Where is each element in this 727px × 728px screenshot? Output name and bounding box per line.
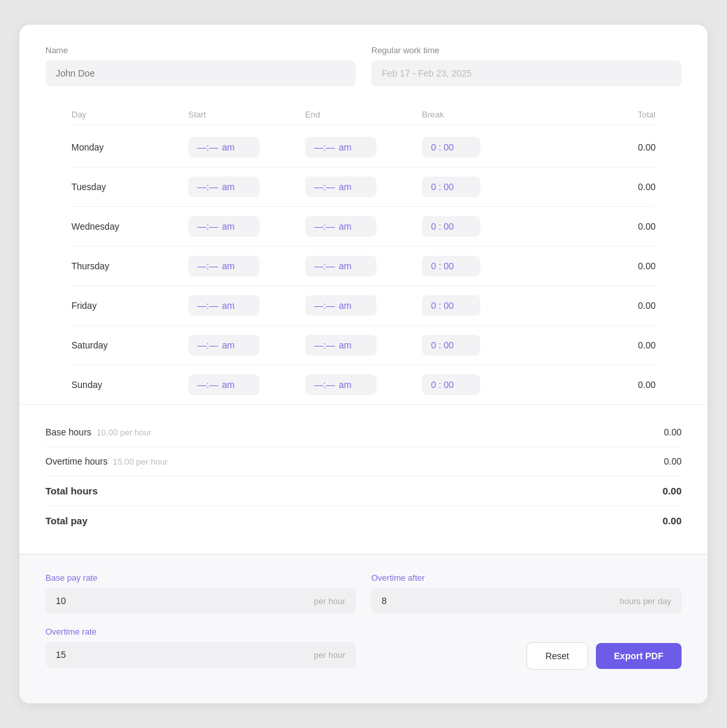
end-time-input[interactable]: —:— am <box>305 137 376 158</box>
table-row: Tuesday —:— am —:— am 0 : 00 0.00 <box>71 167 656 207</box>
break-cell: 0 : 00 <box>422 374 539 395</box>
base-pay-rate-wrapper: per hour <box>45 588 356 614</box>
break-input[interactable]: 0 : 00 <box>422 374 480 395</box>
work-time-label: Regular work time <box>371 45 682 55</box>
settings-top-row: Base pay rate per hour Overtime after ho… <box>45 573 682 614</box>
end-cell: —:— am <box>305 176 422 197</box>
end-cell: —:— am <box>305 295 422 316</box>
overtime-after-input[interactable] <box>382 596 615 606</box>
col-total: Total <box>539 110 656 119</box>
end-cell: —:— am <box>305 256 422 276</box>
name-field-group: Name <box>45 45 356 86</box>
end-time-input[interactable]: —:— am <box>305 335 376 356</box>
summary-section: Base hours 10.00 per hour 0.00 Overtime … <box>19 404 708 553</box>
total-pay-row: Total pay 0.00 <box>45 506 682 535</box>
break-cell: 0 : 00 <box>422 176 539 197</box>
day-name: Tuesday <box>71 182 188 192</box>
table-row: Monday —:— am —:— am 0 : 00 0.00 <box>71 128 656 167</box>
day-name: Wednesday <box>71 221 188 232</box>
total-pay-label: Total pay <box>45 515 88 526</box>
start-time-input[interactable]: —:— am <box>188 256 260 276</box>
top-section: Name Regular work time Day Start End Bre… <box>19 25 708 404</box>
break-input[interactable]: 0 : 00 <box>422 256 480 276</box>
overtime-after-group: Overtime after hours per day <box>371 573 682 614</box>
break-cell: 0 : 00 <box>422 137 539 158</box>
start-time-input[interactable]: —:— am <box>188 335 260 356</box>
start-cell: —:— am <box>188 295 305 316</box>
break-cell: 0 : 00 <box>422 256 539 276</box>
overtime-rate-group: Overtime rate per hour <box>45 627 356 670</box>
total-hours-label: Total hours <box>45 485 98 496</box>
table-row: Wednesday —:— am —:— am 0 : 00 0.00 <box>71 207 656 247</box>
export-pdf-button[interactable]: Export PDF <box>596 643 682 669</box>
work-time-input[interactable] <box>371 60 682 86</box>
overtime-rate-wrapper: per hour <box>45 642 356 668</box>
overtime-hours-value: 0.00 <box>664 456 682 467</box>
end-cell: —:— am <box>305 216 422 237</box>
total-cell: 0.00 <box>539 340 656 350</box>
overtime-hours-row: Overtime hours 15.00 per hour 0.00 <box>45 447 682 476</box>
total-pay-value: 0.00 <box>663 515 682 526</box>
actions-group: Reset Export PDF <box>371 627 682 670</box>
overtime-after-suffix: hours per day <box>620 596 672 606</box>
reset-button[interactable]: Reset <box>526 642 588 670</box>
work-time-field-group: Regular work time <box>371 45 682 86</box>
table-rows: Monday —:— am —:— am 0 : 00 0.00 Tues <box>71 128 656 404</box>
overtime-after-label: Overtime after <box>371 573 682 583</box>
base-pay-rate-input[interactable] <box>56 596 309 606</box>
table-row: Friday —:— am —:— am 0 : 00 0.00 <box>71 286 656 326</box>
end-time-input[interactable]: —:— am <box>305 256 376 276</box>
day-name: Saturday <box>71 340 188 350</box>
start-time-input[interactable]: —:— am <box>188 176 260 197</box>
start-cell: —:— am <box>188 137 305 158</box>
total-hours-value: 0.00 <box>663 485 682 496</box>
action-buttons: Reset Export PDF <box>371 627 682 670</box>
break-input[interactable]: 0 : 00 <box>422 295 480 316</box>
overtime-rate-suffix: per hour <box>314 650 345 660</box>
total-cell: 0.00 <box>539 300 656 311</box>
name-input[interactable] <box>45 60 356 86</box>
main-card: Name Regular work time Day Start End Bre… <box>19 25 708 703</box>
table-row: Sunday —:— am —:— am 0 : 00 0.00 <box>71 365 656 404</box>
base-pay-rate-label: Base pay rate <box>45 573 356 583</box>
break-input[interactable]: 0 : 00 <box>422 137 480 158</box>
start-time-input[interactable]: —:— am <box>188 137 260 158</box>
col-day: Day <box>71 110 188 119</box>
end-time-input[interactable]: —:— am <box>305 176 376 197</box>
break-cell: 0 : 00 <box>422 335 539 356</box>
start-time-input[interactable]: —:— am <box>188 295 260 316</box>
break-input[interactable]: 0 : 00 <box>422 216 480 237</box>
table-row: Saturday —:— am —:— am 0 : 00 0.00 <box>71 326 656 365</box>
break-input[interactable]: 0 : 00 <box>422 176 480 197</box>
start-cell: —:— am <box>188 176 305 197</box>
col-break: Break <box>422 110 539 119</box>
overtime-rate-label: Overtime rate <box>45 627 356 637</box>
end-time-input[interactable]: —:— am <box>305 295 376 316</box>
break-cell: 0 : 00 <box>422 216 539 237</box>
col-end: End <box>305 110 422 119</box>
end-cell: —:— am <box>305 335 422 356</box>
overtime-rate-input[interactable] <box>56 649 309 660</box>
start-time-input[interactable]: —:— am <box>188 216 260 237</box>
total-hours-row: Total hours 0.00 <box>45 476 682 506</box>
total-cell: 0.00 <box>539 221 656 232</box>
base-hours-label: Base hours 10.00 per hour <box>45 427 151 437</box>
end-cell: —:— am <box>305 137 422 158</box>
table-row: Thursday —:— am —:— am 0 : 00 0.00 <box>71 247 656 286</box>
end-time-input[interactable]: —:— am <box>305 216 376 237</box>
start-cell: —:— am <box>188 374 305 395</box>
start-cell: —:— am <box>188 256 305 276</box>
settings-section: Base pay rate per hour Overtime after ho… <box>19 553 708 703</box>
overtime-after-wrapper: hours per day <box>371 588 682 614</box>
end-time-input[interactable]: —:— am <box>305 374 376 395</box>
break-input[interactable]: 0 : 00 <box>422 335 480 356</box>
break-cell: 0 : 00 <box>422 295 539 316</box>
base-pay-rate-suffix: per hour <box>314 596 345 606</box>
time-table: Day Start End Break Total Monday —:— am … <box>45 104 682 404</box>
start-time-input[interactable]: —:— am <box>188 374 260 395</box>
total-cell: 0.00 <box>539 261 656 271</box>
total-cell: 0.00 <box>539 380 656 390</box>
name-label: Name <box>45 45 356 55</box>
start-cell: —:— am <box>188 216 305 237</box>
end-cell: —:— am <box>305 374 422 395</box>
